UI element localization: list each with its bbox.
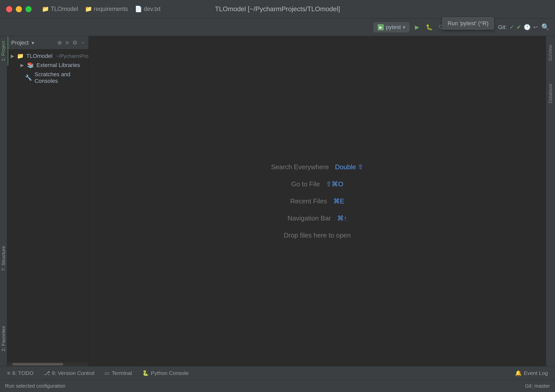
tree-external-libs[interactable]: ▶ 📚 External Libraries (7, 61, 88, 70)
close-panel-icon[interactable]: − (81, 40, 84, 46)
project-panel-header: Project ▾ ⊕ ≡ ⚙ − (7, 36, 88, 49)
tree-root-item[interactable]: ▶ 📁 TLOmodel ~/PycharmProjects/TLOn (7, 51, 88, 61)
hint-label-drop: Drop files here to open (284, 231, 351, 239)
git-label: Git: (498, 24, 507, 31)
tab-python-console[interactable]: 🐍 Python Console (138, 369, 193, 378)
scratches-icon: 🔧 (25, 74, 32, 81)
git-revert-icon: ↩ (533, 24, 538, 31)
git-check-icon: ✓ (509, 24, 514, 31)
git-accept-icon: ✔ (517, 24, 521, 31)
favorites-tab[interactable]: 2: Favorites (0, 321, 8, 356)
tree-arrow-icon: ▶ (11, 53, 14, 59)
run-config-label: pytest (386, 24, 401, 31)
project-tree: ▶ 📁 TLOmodel ~/PycharmProjects/TLOn ▶ 📚 … (7, 49, 88, 362)
locate-icon[interactable]: ⊕ (57, 40, 62, 46)
status-bar-right: Git: master (525, 383, 550, 389)
structure-tab[interactable]: 7: Structure (0, 241, 8, 276)
editor-area: Search Everywhere Double ⇧ Go to File ⇧⌘… (89, 36, 546, 366)
tree-arrow-icon-2: ▶ (20, 62, 24, 68)
breadcrumb-file[interactable]: 📄 dev.txt (135, 6, 161, 12)
traffic-lights (6, 6, 32, 12)
hint-label-recent: Recent Files (290, 197, 327, 205)
tab-version-control-label: 9: Version Control (52, 370, 95, 376)
run-button[interactable]: ▶ (413, 23, 422, 32)
hint-shortcut-goto: ⇧⌘O (326, 180, 343, 188)
event-log-icon: 🔔 (515, 370, 522, 376)
run-selected-config-label: Run selected configuration (5, 383, 65, 389)
sciview-tab[interactable]: SciView (548, 41, 553, 65)
window-title: TLOmodel [~/PycharmProjects/TLOmodel] (215, 5, 340, 13)
file-icon: 📄 (135, 6, 142, 12)
tree-root-path: ~/PycharmProjects/TLOn (56, 53, 88, 59)
debug-button[interactable]: 🐛 (425, 23, 434, 32)
todo-icon: ≡ (7, 370, 10, 376)
run-config-dropdown-arrow[interactable]: ▾ (403, 24, 405, 30)
hint-shortcut-search: Double ⇧ (335, 163, 364, 171)
run-tooltip: Run 'pytest' (^R) (442, 17, 494, 30)
breadcrumb-separator-2: › (130, 6, 132, 12)
tab-terminal-label: Terminal (112, 370, 132, 376)
tree-scratches[interactable]: 🔧 Scratches and Consoles (7, 70, 88, 86)
project-folder-icon: 📁 (17, 53, 24, 59)
python-console-icon: 🐍 (142, 370, 149, 376)
project-scrollbar[interactable] (7, 362, 88, 366)
left-vertical-tabs: 1: Project 7: Structure 2: Favorites (0, 36, 7, 366)
hint-label-search: Search Everywhere (271, 163, 329, 171)
hint-label-goto: Go to File (291, 180, 320, 188)
breadcrumb-separator: › (81, 6, 82, 12)
git-branch-label: Git: master (525, 383, 550, 389)
run-config-button[interactable]: ▶ pytest ▾ (373, 22, 409, 32)
project-panel-title: Project (11, 40, 29, 46)
bottom-tabs-bar: ≡ 6: TODO ⎇ 9: Version Control ▭ Termina… (0, 366, 555, 380)
hint-shortcut-recent: ⌘E (333, 197, 344, 205)
database-tab[interactable]: Database (548, 80, 553, 107)
tree-root-label: TLOmodel (26, 53, 52, 59)
right-panel-strip: SciView Database (546, 36, 555, 366)
git-area: Git: ✓ ✔ 🕐 ↩ (498, 24, 538, 31)
tab-python-console-label: Python Console (151, 370, 189, 376)
tab-event-log[interactable]: 🔔 Event Log (510, 369, 552, 378)
project-header-icons: ⊕ ≡ ⚙ − (57, 40, 84, 46)
tab-event-log-label: Event Log (524, 370, 548, 376)
version-control-icon: ⎇ (44, 370, 50, 376)
project-dropdown-arrow[interactable]: ▾ (32, 40, 34, 46)
tab-version-control[interactable]: ⎇ 9: Version Control (39, 369, 99, 378)
title-bar: 📁 TLOmodel › 📁 requirements › 📄 dev.txt … (0, 0, 555, 18)
hint-drop-files: Drop files here to open (284, 231, 351, 239)
hint-search-everywhere: Search Everywhere Double ⇧ (271, 163, 364, 171)
hint-shortcut-nav: ⌘↑ (337, 214, 347, 222)
tab-todo[interactable]: ≡ 6: TODO (3, 369, 38, 378)
breadcrumb-folder[interactable]: 📁 requirements (85, 6, 128, 12)
terminal-icon: ▭ (104, 370, 110, 376)
git-clock-icon: 🕐 (524, 24, 531, 31)
toolbar: ▶ pytest ▾ ▶ 🐛 🛡 ⏱ ⚙ ⬛ ⇅ Git: ✓ ✔ 🕐 ↩ 🔍 … (0, 18, 555, 36)
scroll-thumb (12, 363, 63, 365)
settings-icon[interactable]: ⚙ (72, 40, 77, 46)
main-content: 1: Project 7: Structure 2: Favorites Pro… (0, 36, 555, 366)
hint-recent-files: Recent Files ⌘E (290, 197, 344, 205)
close-button[interactable] (6, 6, 12, 12)
maximize-button[interactable] (25, 6, 32, 12)
breadcrumb: 📁 TLOmodel › 📁 requirements › 📄 dev.txt (42, 6, 161, 12)
search-button[interactable]: 🔍 (541, 23, 550, 32)
external-libs-icon: 📚 (27, 62, 34, 69)
breadcrumb-project-label: TLOmodel (51, 6, 78, 12)
project-panel: Project ▾ ⊕ ≡ ⚙ − ▶ 📁 TLOmodel ~/Pycharm… (7, 36, 89, 366)
status-bar: Run selected configuration Git: master (0, 380, 555, 392)
project-tab[interactable]: 1: Project (0, 36, 8, 66)
hint-label-nav: Navigation Bar (287, 214, 331, 222)
breadcrumb-file-label: dev.txt (144, 6, 161, 12)
folder-icon: 📁 (42, 6, 49, 12)
collapse-icon[interactable]: ≡ (65, 40, 69, 46)
hint-goto-file: Go to File ⇧⌘O (291, 180, 343, 188)
minimize-button[interactable] (16, 6, 22, 12)
pytest-icon: ▶ (378, 24, 384, 30)
hint-nav-bar: Navigation Bar ⌘↑ (287, 214, 347, 222)
folder-icon-2: 📁 (85, 6, 92, 12)
tab-todo-label: 6: TODO (12, 370, 33, 376)
breadcrumb-folder-label: requirements (94, 6, 128, 12)
tab-terminal[interactable]: ▭ Terminal (100, 369, 136, 378)
tree-scratches-label: Scratches and Consoles (34, 71, 85, 84)
breadcrumb-project[interactable]: 📁 TLOmodel (42, 6, 78, 12)
tree-external-libs-label: External Libraries (36, 62, 80, 69)
